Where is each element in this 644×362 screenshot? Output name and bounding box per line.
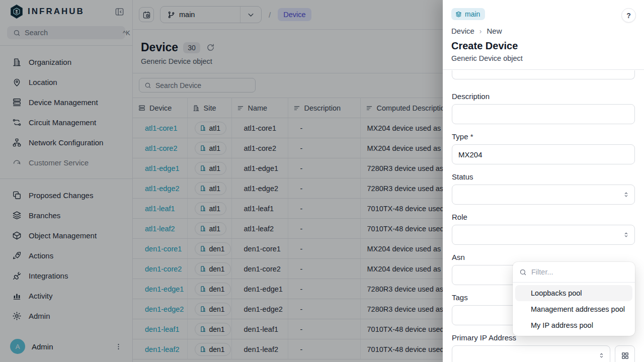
pool-dropdown: Loopbacks pool Management addresses pool…	[513, 262, 635, 336]
chevrons-up-down-icon	[623, 232, 629, 238]
field-role: Role	[452, 213, 635, 245]
field-primary-ip: Primary IP Address	[452, 333, 635, 362]
drawer-title: Create Device	[451, 40, 636, 52]
search-icon	[519, 268, 527, 276]
modal-overlay[interactable]	[0, 0, 443, 362]
field-label: Asn	[452, 253, 635, 261]
role-select[interactable]	[452, 225, 635, 245]
chevrons-up-down-icon	[623, 192, 629, 198]
dropdown-options: Loopbacks pool Management addresses pool…	[513, 283, 635, 336]
pool-picker-button[interactable]	[615, 345, 635, 362]
grid-icon	[621, 351, 629, 360]
drawer-subtitle: Generic Device object	[451, 54, 636, 62]
drawer-breadcrumb-current: New	[487, 27, 502, 35]
help-button[interactable]: ?	[621, 8, 636, 23]
field-label: Status	[452, 172, 635, 181]
dropdown-option-management-addresses-pool[interactable]: Management addresses pool	[515, 301, 632, 317]
dropdown-option-my-ip-address-pool[interactable]: My IP address pool	[515, 317, 632, 333]
dropdown-filter-input[interactable]	[531, 268, 628, 276]
chevron-right-icon: ›	[479, 27, 482, 35]
field-label: Description	[452, 92, 635, 101]
dropdown-option-loopbacks-pool[interactable]: Loopbacks pool	[515, 285, 632, 301]
field-label: Type *	[452, 132, 635, 141]
primary-ip-select[interactable]	[452, 345, 610, 362]
field-label: Role	[452, 213, 635, 221]
drawer-breadcrumb-parent: Device	[451, 27, 474, 35]
field-status: Status	[452, 172, 635, 205]
status-select[interactable]	[452, 185, 635, 205]
description-textarea[interactable]	[452, 104, 635, 124]
chevrons-up-down-icon	[598, 352, 605, 359]
type-input[interactable]	[452, 145, 634, 164]
field-type: Type *	[452, 132, 635, 164]
name-field-clipped[interactable]	[452, 70, 635, 79]
drawer-header: main ? Device › New Create Device Generi…	[443, 0, 644, 70]
layers-icon	[455, 11, 462, 18]
app: INFRAHUB ^K Organization Location	[0, 0, 644, 362]
branch-badge: main	[451, 8, 485, 20]
drawer-breadcrumb: Device › New	[451, 27, 636, 35]
dropdown-filter[interactable]	[513, 262, 635, 283]
field-description: Description	[452, 92, 635, 124]
